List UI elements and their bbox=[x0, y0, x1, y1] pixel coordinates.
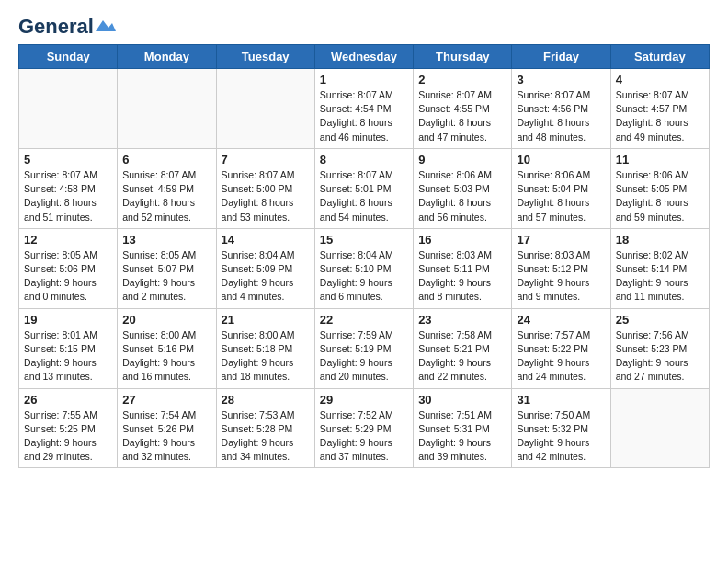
day-number: 5 bbox=[24, 153, 112, 167]
day-info: Sunrise: 8:04 AM Sunset: 5:09 PM Dayligh… bbox=[222, 248, 310, 304]
day-info: Sunrise: 8:07 AM Sunset: 4:55 PM Dayligh… bbox=[418, 88, 506, 144]
page: General SundayMondayTuesdayWednesdayThur… bbox=[0, 0, 728, 563]
calendar-cell: 29Sunrise: 7:52 AM Sunset: 5:29 PM Dayli… bbox=[314, 388, 413, 468]
logo-icon bbox=[96, 18, 116, 33]
logo-text-block: General bbox=[18, 15, 116, 35]
calendar-cell bbox=[216, 69, 314, 149]
day-info: Sunrise: 8:06 AM Sunset: 5:05 PM Dayligh… bbox=[616, 168, 704, 224]
calendar-cell: 8Sunrise: 8:07 AM Sunset: 5:01 PM Daylig… bbox=[314, 148, 413, 228]
day-info: Sunrise: 8:07 AM Sunset: 4:59 PM Dayligh… bbox=[122, 168, 210, 224]
day-info: Sunrise: 8:07 AM Sunset: 4:56 PM Dayligh… bbox=[517, 88, 605, 144]
calendar-cell: 26Sunrise: 7:55 AM Sunset: 5:25 PM Dayli… bbox=[19, 388, 118, 468]
day-info: Sunrise: 7:54 AM Sunset: 5:26 PM Dayligh… bbox=[122, 408, 210, 465]
day-number: 27 bbox=[122, 393, 210, 407]
day-info: Sunrise: 7:57 AM Sunset: 5:22 PM Dayligh… bbox=[517, 328, 605, 385]
calendar-cell: 3Sunrise: 8:07 AM Sunset: 4:56 PM Daylig… bbox=[512, 69, 610, 149]
day-info: Sunrise: 8:04 AM Sunset: 5:10 PM Dayligh… bbox=[320, 248, 408, 304]
calendar-cell: 1Sunrise: 8:07 AM Sunset: 4:54 PM Daylig… bbox=[314, 69, 413, 149]
calendar-week-1: 1Sunrise: 8:07 AM Sunset: 4:54 PM Daylig… bbox=[19, 69, 710, 149]
calendar-cell: 9Sunrise: 8:06 AM Sunset: 5:03 PM Daylig… bbox=[414, 148, 512, 228]
calendar-cell: 30Sunrise: 7:51 AM Sunset: 5:31 PM Dayli… bbox=[414, 388, 512, 468]
svg-marker-0 bbox=[96, 20, 116, 31]
day-number: 19 bbox=[24, 313, 112, 327]
calendar-cell: 20Sunrise: 8:00 AM Sunset: 5:16 PM Dayli… bbox=[118, 308, 216, 388]
calendar-cell bbox=[118, 69, 216, 149]
day-info: Sunrise: 7:55 AM Sunset: 5:25 PM Dayligh… bbox=[24, 408, 112, 465]
day-info: Sunrise: 8:01 AM Sunset: 5:15 PM Dayligh… bbox=[24, 328, 112, 385]
weekday-header-friday: Friday bbox=[512, 45, 610, 69]
calendar-cell: 22Sunrise: 7:59 AM Sunset: 5:19 PM Dayli… bbox=[314, 308, 413, 388]
calendar-cell: 11Sunrise: 8:06 AM Sunset: 5:05 PM Dayli… bbox=[610, 148, 709, 228]
day-info: Sunrise: 7:56 AM Sunset: 5:23 PM Dayligh… bbox=[616, 328, 704, 385]
logo: General bbox=[18, 15, 116, 35]
day-info: Sunrise: 8:07 AM Sunset: 5:01 PM Dayligh… bbox=[320, 168, 408, 224]
calendar-cell: 15Sunrise: 8:04 AM Sunset: 5:10 PM Dayli… bbox=[314, 228, 413, 308]
day-info: Sunrise: 8:07 AM Sunset: 5:00 PM Dayligh… bbox=[222, 168, 310, 224]
day-number: 25 bbox=[616, 313, 704, 327]
day-info: Sunrise: 8:07 AM Sunset: 4:58 PM Dayligh… bbox=[24, 168, 112, 224]
header: General bbox=[18, 15, 710, 35]
day-info: Sunrise: 7:59 AM Sunset: 5:19 PM Dayligh… bbox=[320, 328, 408, 385]
calendar-cell: 7Sunrise: 8:07 AM Sunset: 5:00 PM Daylig… bbox=[216, 148, 314, 228]
day-number: 23 bbox=[418, 313, 506, 327]
calendar-cell: 16Sunrise: 8:03 AM Sunset: 5:11 PM Dayli… bbox=[414, 228, 512, 308]
day-number: 29 bbox=[320, 393, 408, 407]
calendar-cell: 17Sunrise: 8:03 AM Sunset: 5:12 PM Dayli… bbox=[512, 228, 610, 308]
calendar-cell bbox=[19, 69, 118, 149]
calendar-cell: 5Sunrise: 8:07 AM Sunset: 4:58 PM Daylig… bbox=[19, 148, 118, 228]
calendar-cell: 24Sunrise: 7:57 AM Sunset: 5:22 PM Dayli… bbox=[512, 308, 610, 388]
day-number: 17 bbox=[517, 233, 605, 247]
day-number: 2 bbox=[418, 73, 506, 86]
calendar-cell: 18Sunrise: 8:02 AM Sunset: 5:14 PM Dayli… bbox=[610, 228, 709, 308]
day-info: Sunrise: 7:53 AM Sunset: 5:28 PM Dayligh… bbox=[222, 408, 310, 465]
day-number: 18 bbox=[616, 233, 704, 247]
weekday-header-monday: Monday bbox=[118, 45, 216, 69]
calendar-table: SundayMondayTuesdayWednesdayThursdayFrid… bbox=[18, 44, 710, 468]
day-number: 9 bbox=[418, 153, 506, 167]
calendar-cell: 25Sunrise: 7:56 AM Sunset: 5:23 PM Dayli… bbox=[610, 308, 709, 388]
weekday-header-thursday: Thursday bbox=[414, 45, 512, 69]
day-number: 21 bbox=[222, 313, 310, 327]
day-info: Sunrise: 8:02 AM Sunset: 5:14 PM Dayligh… bbox=[616, 248, 704, 304]
calendar-cell: 21Sunrise: 8:00 AM Sunset: 5:18 PM Dayli… bbox=[216, 308, 314, 388]
day-info: Sunrise: 8:03 AM Sunset: 5:11 PM Dayligh… bbox=[418, 248, 506, 304]
day-number: 26 bbox=[24, 393, 112, 407]
day-info: Sunrise: 7:51 AM Sunset: 5:31 PM Dayligh… bbox=[418, 408, 506, 465]
calendar-cell: 19Sunrise: 8:01 AM Sunset: 5:15 PM Dayli… bbox=[19, 308, 118, 388]
calendar-cell: 12Sunrise: 8:05 AM Sunset: 5:06 PM Dayli… bbox=[19, 228, 118, 308]
calendar-cell bbox=[610, 388, 709, 468]
day-number: 22 bbox=[320, 313, 408, 327]
calendar-week-3: 12Sunrise: 8:05 AM Sunset: 5:06 PM Dayli… bbox=[19, 228, 710, 308]
calendar-week-5: 26Sunrise: 7:55 AM Sunset: 5:25 PM Dayli… bbox=[19, 388, 710, 468]
day-number: 30 bbox=[418, 393, 506, 407]
day-info: Sunrise: 8:06 AM Sunset: 5:04 PM Dayligh… bbox=[517, 168, 605, 224]
day-info: Sunrise: 8:07 AM Sunset: 4:57 PM Dayligh… bbox=[616, 88, 704, 144]
day-info: Sunrise: 8:06 AM Sunset: 5:03 PM Dayligh… bbox=[418, 168, 506, 224]
day-number: 16 bbox=[418, 233, 506, 247]
logo-general: General bbox=[18, 15, 94, 39]
day-number: 1 bbox=[320, 73, 408, 86]
day-number: 31 bbox=[517, 393, 605, 407]
day-info: Sunrise: 8:05 AM Sunset: 5:07 PM Dayligh… bbox=[122, 248, 210, 304]
day-number: 4 bbox=[616, 73, 704, 86]
calendar-cell: 13Sunrise: 8:05 AM Sunset: 5:07 PM Dayli… bbox=[118, 228, 216, 308]
calendar-cell: 27Sunrise: 7:54 AM Sunset: 5:26 PM Dayli… bbox=[118, 388, 216, 468]
day-info: Sunrise: 7:52 AM Sunset: 5:29 PM Dayligh… bbox=[320, 408, 408, 465]
day-number: 14 bbox=[222, 233, 310, 247]
day-info: Sunrise: 8:00 AM Sunset: 5:16 PM Dayligh… bbox=[122, 328, 210, 385]
day-info: Sunrise: 8:03 AM Sunset: 5:12 PM Dayligh… bbox=[517, 248, 605, 304]
weekday-header-wednesday: Wednesday bbox=[314, 45, 413, 69]
calendar-cell: 10Sunrise: 8:06 AM Sunset: 5:04 PM Dayli… bbox=[512, 148, 610, 228]
day-number: 12 bbox=[24, 233, 112, 247]
day-info: Sunrise: 7:58 AM Sunset: 5:21 PM Dayligh… bbox=[418, 328, 506, 385]
day-number: 13 bbox=[122, 233, 210, 247]
calendar-cell: 14Sunrise: 8:04 AM Sunset: 5:09 PM Dayli… bbox=[216, 228, 314, 308]
calendar-cell: 28Sunrise: 7:53 AM Sunset: 5:28 PM Dayli… bbox=[216, 388, 314, 468]
calendar-cell: 6Sunrise: 8:07 AM Sunset: 4:59 PM Daylig… bbox=[118, 148, 216, 228]
weekday-header-saturday: Saturday bbox=[610, 45, 709, 69]
day-number: 3 bbox=[517, 73, 605, 86]
day-number: 10 bbox=[517, 153, 605, 167]
calendar-cell: 23Sunrise: 7:58 AM Sunset: 5:21 PM Dayli… bbox=[414, 308, 512, 388]
day-number: 8 bbox=[320, 153, 408, 167]
day-info: Sunrise: 8:05 AM Sunset: 5:06 PM Dayligh… bbox=[24, 248, 112, 304]
